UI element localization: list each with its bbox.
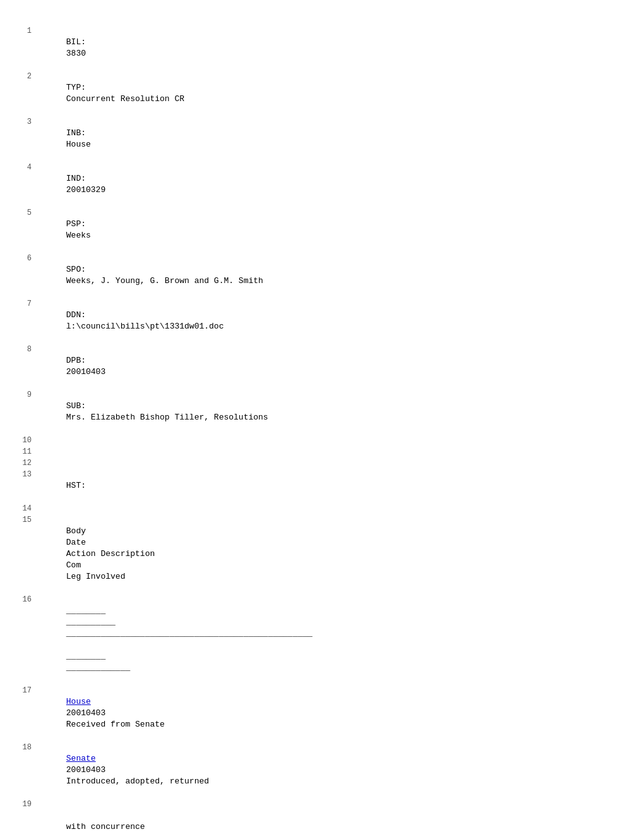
line-14: 14 bbox=[19, 503, 625, 514]
line-content-13: HST: bbox=[37, 469, 625, 503]
line-18: 18 Senate 20010403 Introduced, adopted, … bbox=[19, 742, 625, 799]
divider-date: __________ bbox=[66, 617, 116, 627]
history-date-1: 20010403 bbox=[66, 708, 116, 718]
divider-body: ________ bbox=[66, 606, 105, 615]
line-num-8: 8 bbox=[19, 344, 37, 355]
line-1: 1 BIL: 3830 bbox=[19, 25, 625, 71]
line-content-11 bbox=[37, 446, 625, 457]
senate-link-1[interactable]: Senate bbox=[66, 754, 96, 763]
line-8: 8 DPB: 20010403 bbox=[19, 344, 625, 389]
line-content-4: IND: 20010329 bbox=[37, 162, 625, 207]
line-content-17: House 20010403 Received from Senate bbox=[37, 685, 625, 742]
typ-label: TYP: bbox=[66, 82, 95, 94]
line-4: 4 IND: 20010329 bbox=[19, 162, 625, 207]
ddn-value: l:\council\bills\pt\1331dw01.doc bbox=[66, 322, 224, 331]
document-container: 1 BIL: 3830 2 TYP: Concurrent Resolution… bbox=[19, 25, 625, 834]
line-num-18: 18 bbox=[19, 742, 37, 753]
line-content-1: BIL: 3830 bbox=[37, 25, 625, 71]
line-19: 19 with concurrence bbox=[19, 799, 625, 834]
line-num-4: 4 bbox=[19, 162, 37, 173]
line-num-5: 5 bbox=[19, 207, 37, 219]
dpb-label: DPB: bbox=[66, 355, 95, 366]
col-header-leg: Leg Involved bbox=[66, 572, 126, 581]
line-content-2: TYP: Concurrent Resolution CR bbox=[37, 71, 625, 116]
col-header-date: Date bbox=[66, 538, 86, 547]
line-12: 12 bbox=[19, 457, 625, 469]
line-3: 3 INB: House bbox=[19, 116, 625, 162]
col-header-com: Com bbox=[66, 560, 81, 570]
line-num-11: 11 bbox=[19, 446, 37, 457]
line-9: 9 SUB: Mrs. Elizabeth Bishop Tiller, Res… bbox=[19, 389, 625, 435]
hst-label: HST: bbox=[66, 481, 86, 490]
line-num-7: 7 bbox=[19, 298, 37, 310]
col-header-action: Action Description bbox=[66, 549, 155, 559]
history-action-2: Introduced, adopted, returned bbox=[66, 777, 209, 786]
line-num-9: 9 bbox=[19, 389, 37, 401]
house-link-1[interactable]: House bbox=[66, 697, 91, 706]
history-action-1: Received from Senate bbox=[66, 720, 165, 729]
line-num-16: 16 bbox=[19, 594, 37, 605]
dpb-value: 20010403 bbox=[66, 367, 105, 377]
line-num-15: 15 bbox=[19, 514, 37, 526]
line-content-14 bbox=[37, 503, 625, 514]
line-content-9: SUB: Mrs. Elizabeth Bishop Tiller, Resol… bbox=[37, 389, 625, 435]
psp-label: PSP: bbox=[66, 219, 95, 230]
divider-action: ________________________________________… bbox=[66, 629, 313, 638]
line-content-16: ________ __________ ____________________… bbox=[37, 594, 625, 685]
line-content-6: SPO: Weeks, J. Young, G. Brown and G.M. … bbox=[37, 253, 625, 298]
line-num-3: 3 bbox=[19, 116, 37, 128]
line-content-12 bbox=[37, 457, 625, 469]
history-body-2: Senate bbox=[66, 754, 96, 763]
typ-value: Concurrent Resolution CR bbox=[66, 94, 184, 104]
inb-value: House bbox=[66, 140, 91, 149]
line-num-12: 12 bbox=[19, 457, 37, 469]
spo-value: Weeks, J. Young, G. Brown and G.M. Smith bbox=[66, 276, 263, 286]
history-body-1: House bbox=[66, 697, 91, 706]
line-num-6: 6 bbox=[19, 253, 37, 264]
line-5: 5 PSP: Weeks bbox=[19, 207, 625, 253]
line-10: 10 bbox=[19, 435, 625, 446]
line-15: 15 Body Date Action Description Com Leg … bbox=[19, 514, 625, 594]
line-6: 6 SPO: Weeks, J. Young, G. Brown and G.M… bbox=[19, 253, 625, 298]
line-13: 13 HST: bbox=[19, 469, 625, 503]
divider-com: ________ bbox=[66, 651, 105, 661]
line-num-17: 17 bbox=[19, 685, 37, 696]
line-content-7: DDN: l:\council\bills\pt\1331dw01.doc bbox=[37, 298, 625, 344]
ind-label: IND: bbox=[66, 173, 95, 184]
line-num-19: 19 bbox=[19, 799, 37, 810]
line-content-5: PSP: Weeks bbox=[37, 207, 625, 253]
line-7: 7 DDN: l:\council\bills\pt\1331dw01.doc bbox=[19, 298, 625, 344]
inb-label: INB: bbox=[66, 128, 95, 139]
ddn-label: DDN: bbox=[66, 310, 95, 321]
line-num-2: 2 bbox=[19, 71, 37, 82]
history-date-2: 20010403 bbox=[66, 765, 116, 775]
line-16: 16 ________ __________ _________________… bbox=[19, 594, 625, 685]
bil-label: BIL: bbox=[66, 37, 95, 48]
divider-leg: _____________ bbox=[66, 663, 130, 672]
line-num-13: 13 bbox=[19, 469, 37, 480]
line-content-18: Senate 20010403 Introduced, adopted, ret… bbox=[37, 742, 625, 799]
bil-value: 3830 bbox=[66, 49, 86, 58]
ind-value: 20010329 bbox=[66, 185, 105, 195]
sub-label: SUB: bbox=[66, 401, 95, 412]
line-content-19: with concurrence bbox=[37, 799, 625, 834]
line-num-1: 1 bbox=[19, 25, 37, 37]
line-content-3: INB: House bbox=[37, 116, 625, 162]
history-action-2-cont: with concurrence bbox=[66, 822, 145, 831]
line-num-14: 14 bbox=[19, 503, 37, 514]
spo-label: SPO: bbox=[66, 264, 95, 275]
col-header-body: Body bbox=[66, 526, 86, 536]
psp-value: Weeks bbox=[66, 231, 91, 240]
line-content-8: DPB: 20010403 bbox=[37, 344, 625, 389]
line-content-15: Body Date Action Description Com Leg Inv… bbox=[37, 514, 625, 594]
line-content-10 bbox=[37, 435, 625, 446]
line-2: 2 TYP: Concurrent Resolution CR bbox=[19, 71, 625, 116]
line-17: 17 House 20010403 Received from Senate bbox=[19, 685, 625, 742]
line-num-10: 10 bbox=[19, 435, 37, 446]
line-11: 11 bbox=[19, 446, 625, 457]
sub-value: Mrs. Elizabeth Bishop Tiller, Resolution… bbox=[66, 413, 268, 422]
